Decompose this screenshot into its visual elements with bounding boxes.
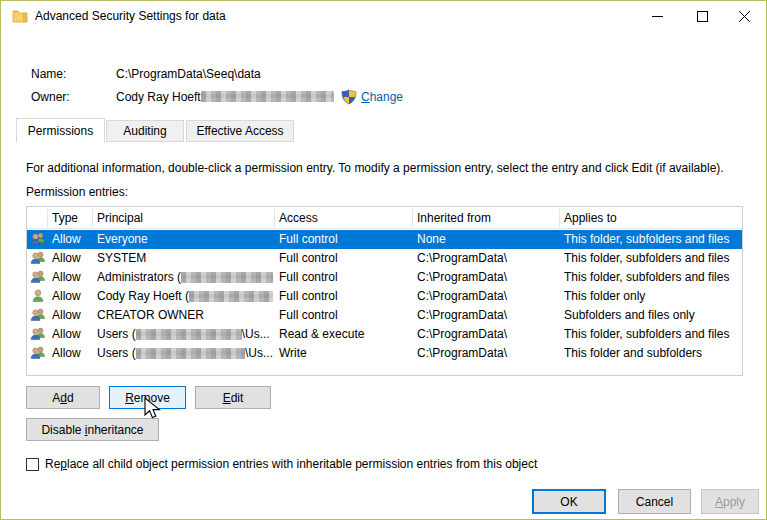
tab-effective-access-label: Effective Access — [196, 124, 283, 138]
entry-access: Full control — [279, 308, 409, 322]
principal-redacted-text — [181, 272, 273, 283]
column-header-applies-to[interactable]: Applies to — [564, 211, 617, 225]
owner-redacted-text — [201, 91, 334, 102]
user-icon — [30, 288, 46, 304]
entry-type: Allow — [52, 232, 92, 246]
users-group-icon — [30, 250, 46, 266]
replace-child-permissions-checkbox[interactable] — [26, 458, 39, 471]
entry-principal: Users (\Us... — [97, 346, 273, 360]
tab-auditing[interactable]: Auditing — [106, 120, 184, 142]
users-group-icon — [30, 345, 46, 361]
permission-entries-label: Permission entries: — [26, 185, 128, 199]
principal-redacted-text — [136, 329, 242, 340]
entry-type: Allow — [52, 308, 92, 322]
apply-button-label: Apply — [715, 495, 745, 509]
add-button-label: Add — [52, 391, 73, 405]
permission-entry-row[interactable]: AllowCody Ray Hoeft (Full controlC:\Prog… — [27, 287, 742, 306]
entry-inherited-from: C:\ProgramData\ — [417, 308, 557, 322]
entry-inherited-from: C:\ProgramData\ — [417, 346, 557, 360]
entry-inherited-from: None — [417, 232, 557, 246]
permission-entry-row[interactable]: AllowEveryoneFull controlNoneThis folder… — [27, 230, 742, 249]
name-label: Name: — [31, 67, 66, 81]
column-header-principal[interactable]: Principal — [97, 211, 143, 225]
instruction-text: For additional information, double-click… — [26, 161, 724, 175]
permission-entry-row[interactable]: AllowUsers (\Us...WriteC:\ProgramData\Th… — [27, 344, 742, 363]
uac-shield-icon — [341, 89, 357, 105]
title-bar[interactable]: Advanced Security Settings for data — [1, 1, 766, 31]
entry-applies-to: This folder, subfolders and files — [564, 327, 742, 341]
permission-entries-table: Type Principal Access Inherited from App… — [26, 206, 743, 376]
tab-auditing-label: Auditing — [123, 124, 166, 138]
ok-button[interactable]: OK — [532, 489, 606, 514]
table-header[interactable]: Type Principal Access Inherited from App… — [27, 207, 742, 229]
change-owner-link[interactable]: Change — [361, 90, 403, 104]
entry-applies-to: This folder only — [564, 289, 742, 303]
minimize-button[interactable] — [635, 1, 680, 31]
owner-value: Cody Ray Hoeft — [116, 90, 201, 104]
tab-effective-access[interactable]: Effective Access — [186, 120, 294, 142]
users-group-icon — [30, 231, 46, 247]
entry-applies-to: Subfolders and files only — [564, 308, 742, 322]
name-value: C:\ProgramData\Seeq\data — [116, 67, 261, 81]
maximize-button[interactable] — [680, 1, 725, 31]
cancel-button-label: Cancel — [636, 495, 673, 509]
close-button[interactable] — [722, 1, 767, 31]
owner-label: Owner: — [31, 90, 70, 104]
cancel-button[interactable]: Cancel — [618, 489, 691, 514]
maximize-icon — [697, 11, 708, 22]
entry-access: Read & execute — [279, 327, 409, 341]
entry-type: Allow — [52, 251, 92, 265]
disable-inheritance-button[interactable]: Disable inheritance — [26, 418, 159, 441]
entry-inherited-from: C:\ProgramData\ — [417, 270, 557, 284]
ok-button-label: OK — [560, 495, 577, 509]
entry-type: Allow — [52, 270, 92, 284]
replace-child-permissions-label: Replace all child object permission entr… — [45, 457, 537, 471]
entry-access: Full control — [279, 232, 409, 246]
entry-access: Full control — [279, 251, 409, 265]
entry-access: Full control — [279, 270, 409, 284]
disable-inheritance-button-label: Disable inheritance — [41, 423, 143, 437]
entry-principal: Users (\Us... — [97, 327, 273, 341]
entry-type: Allow — [52, 327, 92, 341]
entry-access: Full control — [279, 289, 409, 303]
principal-redacted-text — [136, 348, 245, 359]
entry-principal: SYSTEM — [97, 251, 273, 265]
entry-principal: Cody Ray Hoeft ( — [97, 289, 273, 303]
users-group-icon — [30, 326, 46, 342]
edit-button[interactable]: Edit — [195, 386, 271, 409]
column-header-inherited-from[interactable]: Inherited from — [417, 211, 491, 225]
entry-applies-to: This folder, subfolders and files — [564, 251, 742, 265]
entry-applies-to: This folder, subfolders and files — [564, 232, 742, 246]
tab-permissions[interactable]: Permissions — [16, 118, 105, 143]
mouse-cursor — [144, 397, 164, 421]
tab-permissions-label: Permissions — [28, 124, 93, 138]
entry-access: Write — [279, 346, 409, 360]
entry-inherited-from: C:\ProgramData\ — [417, 327, 557, 341]
permission-entry-row[interactable]: AllowCREATOR OWNERFull controlC:\Program… — [27, 306, 742, 325]
column-header-type[interactable]: Type — [52, 211, 78, 225]
entry-type: Allow — [52, 289, 92, 303]
entry-type: Allow — [52, 346, 92, 360]
advanced-security-settings-dialog: Advanced Security Settings for data Name… — [0, 0, 767, 520]
column-header-access[interactable]: Access — [279, 211, 318, 225]
users-group-icon — [30, 269, 46, 285]
users-group-icon — [30, 307, 46, 323]
entry-principal: Everyone — [97, 232, 273, 246]
entry-applies-to: This folder, subfolders and files — [564, 270, 742, 284]
permission-entry-row[interactable]: AllowAdministrators (Full controlC:\Prog… — [27, 268, 742, 287]
permission-entry-row[interactable]: AllowSYSTEMFull controlC:\ProgramData\Th… — [27, 249, 742, 268]
apply-button[interactable]: Apply — [701, 489, 759, 514]
folder-icon — [12, 8, 28, 24]
edit-button-label: Edit — [223, 391, 244, 405]
permission-entry-row[interactable]: AllowUsers (\Us...Read & executeC:\Progr… — [27, 325, 742, 344]
close-icon — [739, 11, 750, 22]
entry-principal: Administrators ( — [97, 270, 273, 284]
entry-applies-to: This folder and subfolders — [564, 346, 742, 360]
entry-principal: CREATOR OWNER — [97, 308, 273, 322]
principal-redacted-text — [189, 291, 273, 302]
entry-inherited-from: C:\ProgramData\ — [417, 289, 557, 303]
add-button[interactable]: Add — [26, 386, 100, 409]
window-title: Advanced Security Settings for data — [35, 9, 226, 23]
replace-child-permissions-row: Replace all child object permission entr… — [26, 457, 537, 471]
entry-inherited-from: C:\ProgramData\ — [417, 251, 557, 265]
